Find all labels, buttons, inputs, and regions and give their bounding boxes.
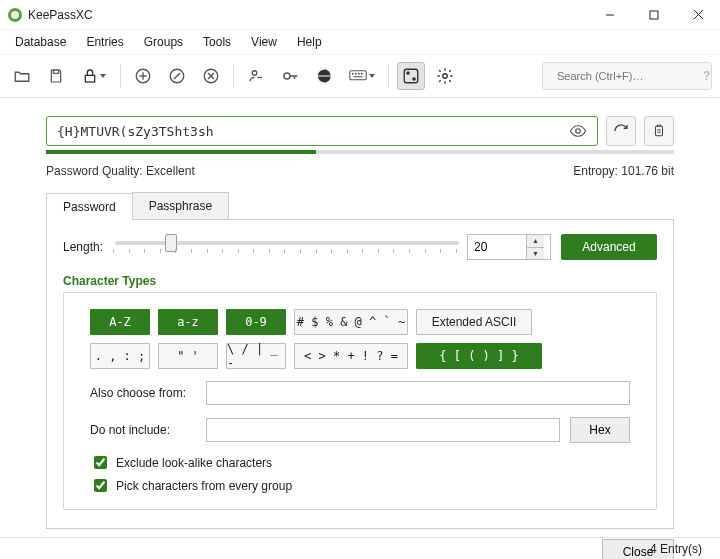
svg-rect-1 [650, 11, 658, 19]
maximize-button[interactable] [632, 0, 676, 30]
tab-passphrase[interactable]: Passphrase [132, 192, 229, 219]
autotype-icon[interactable] [344, 62, 380, 90]
password-generator-icon[interactable] [397, 62, 425, 90]
do-not-include-input[interactable] [206, 418, 560, 442]
svg-rect-4 [53, 70, 58, 73]
chartype-[interactable]: . , : ; [90, 343, 150, 369]
length-down[interactable]: ▼ [527, 247, 544, 260]
svg-point-22 [358, 73, 359, 74]
strength-bar [46, 150, 674, 154]
chartype-extendedascii[interactable]: Extended ASCII [416, 309, 532, 335]
copy-url-icon[interactable] [310, 62, 338, 90]
chartype-[interactable]: # $ % & @ ^ ` ~ [294, 309, 408, 335]
svg-point-26 [407, 72, 409, 74]
menu-view[interactable]: View [242, 32, 286, 52]
svg-line-10 [174, 73, 180, 79]
also-choose-input[interactable] [206, 381, 630, 405]
save-db-icon[interactable] [42, 62, 70, 90]
chartype-az[interactable]: a-z [158, 309, 218, 335]
do-not-include-label: Do not include: [90, 423, 196, 437]
entropy-label: Entropy: 101.76 bit [573, 164, 674, 178]
exclude-lookalike-checkbox[interactable] [94, 456, 107, 469]
svg-point-27 [413, 78, 415, 80]
chartype-az[interactable]: A-Z [90, 309, 150, 335]
settings-icon[interactable] [431, 62, 459, 90]
length-slider[interactable] [115, 241, 459, 245]
hex-button[interactable]: Hex [570, 417, 630, 443]
svg-rect-25 [404, 69, 418, 83]
edit-entry-icon[interactable] [163, 62, 191, 90]
menu-entries[interactable]: Entries [77, 32, 132, 52]
svg-point-31 [576, 129, 581, 134]
chartype-09[interactable]: 0-9 [226, 309, 286, 335]
search-help-icon[interactable]: ? [703, 69, 710, 83]
chartype-[interactable]: { [ ( ) ] } [416, 343, 542, 369]
search-box[interactable]: ? [542, 62, 712, 90]
menu-help[interactable]: Help [288, 32, 331, 52]
svg-rect-19 [350, 71, 367, 80]
svg-point-21 [355, 73, 356, 74]
chartype-[interactable]: < > * + ! ? = [294, 343, 408, 369]
length-spinbox[interactable]: ▲▼ [467, 234, 551, 260]
svg-point-14 [252, 71, 257, 76]
character-types-label: Character Types [63, 274, 657, 288]
status-entry-count: 4 Entry(s) [650, 542, 702, 556]
copy-password-icon[interactable] [276, 62, 304, 90]
toggle-visibility-icon[interactable] [567, 120, 589, 142]
svg-rect-5 [85, 75, 94, 82]
generated-password-field[interactable] [46, 116, 598, 146]
lock-db-icon[interactable] [76, 62, 112, 90]
generated-password-input[interactable] [55, 123, 561, 140]
length-up[interactable]: ▲ [527, 235, 544, 247]
new-entry-icon[interactable] [129, 62, 157, 90]
window-title: KeePassXC [28, 8, 93, 22]
app-logo [8, 8, 22, 22]
menu-tools[interactable]: Tools [194, 32, 240, 52]
length-label: Length: [63, 240, 103, 254]
svg-point-20 [352, 73, 353, 74]
search-input[interactable] [555, 69, 697, 83]
every-group-label: Pick characters from every group [116, 479, 292, 493]
svg-point-28 [443, 74, 448, 79]
delete-entry-icon[interactable] [197, 62, 225, 90]
menu-database[interactable]: Database [6, 32, 75, 52]
copy-password-button[interactable] [644, 116, 674, 146]
svg-rect-32 [656, 126, 663, 135]
menu-groups[interactable]: Groups [135, 32, 192, 52]
open-db-icon[interactable] [8, 62, 36, 90]
svg-point-15 [284, 73, 290, 79]
every-group-checkbox[interactable] [94, 479, 107, 492]
chartype-[interactable]: " ' [158, 343, 218, 369]
chartype-[interactable]: \ / | _ - [226, 343, 286, 369]
svg-point-23 [361, 73, 362, 74]
length-input[interactable] [468, 235, 526, 259]
minimize-button[interactable] [588, 0, 632, 30]
tab-password[interactable]: Password [46, 193, 133, 220]
exclude-lookalike-label: Exclude look-alike characters [116, 456, 272, 470]
copy-username-icon[interactable] [242, 62, 270, 90]
password-quality-label: Password Quality: Excellent [46, 164, 195, 178]
advanced-button[interactable]: Advanced [561, 234, 657, 260]
close-window-button[interactable] [676, 0, 720, 30]
also-choose-label: Also choose from: [90, 386, 196, 400]
regenerate-button[interactable] [606, 116, 636, 146]
